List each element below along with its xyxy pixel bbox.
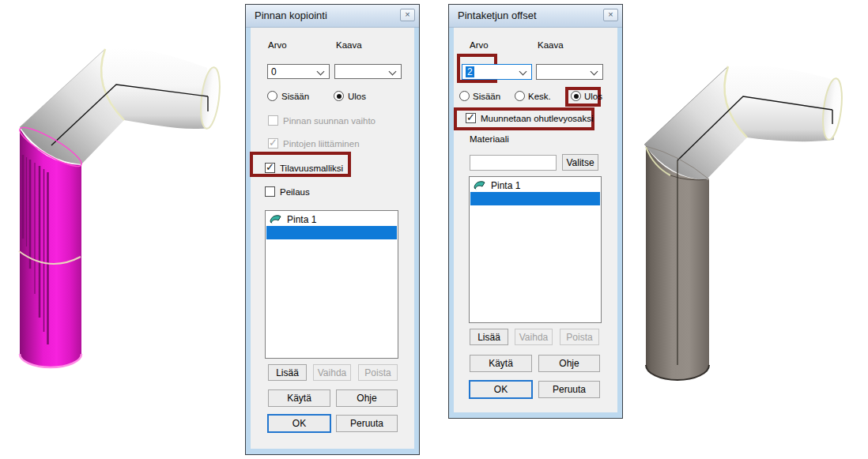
- close-icon[interactable]: ×: [603, 9, 618, 21]
- list-item[interactable]: Pinta 1: [470, 179, 600, 192]
- surface-listbox[interactable]: Pinta 1: [265, 210, 398, 359]
- chevron-down-icon[interactable]: [591, 68, 598, 76]
- checkbox-pinnan-suunnan-vaihto: [268, 115, 278, 126]
- kayta-button[interactable]: Käytä: [268, 389, 330, 407]
- radio-sisaan[interactable]: [459, 91, 470, 101]
- titlebar[interactable]: Pintaketjun offset ×: [449, 5, 622, 28]
- vaihda-button: Vaihda: [313, 364, 351, 381]
- lisaa-button[interactable]: Lisää: [470, 329, 508, 345]
- check-icon: ✓: [269, 137, 277, 149]
- radio-ulos-label: Ulos: [348, 92, 366, 101]
- checkbox-label: Pintojen liittäminen: [283, 139, 360, 149]
- surface-icon: [270, 214, 282, 225]
- materiaali-field[interactable]: [470, 155, 557, 171]
- valitse-button[interactable]: Valitse: [562, 154, 598, 171]
- arvo-value: 2: [466, 66, 474, 77]
- checkbox-tilavuusmalliksi[interactable]: ✓: [265, 163, 275, 173]
- peruuta-button[interactable]: Peruuta: [538, 381, 600, 398]
- checkbox-muunnetaan-ohutlevyosaksi[interactable]: ✓: [466, 113, 476, 123]
- peruuta-button[interactable]: Peruuta: [336, 415, 398, 432]
- list-item[interactable]: Pinta 1: [266, 213, 397, 226]
- check-icon: ✓: [466, 111, 475, 123]
- checkbox-label: Tilavuusmalliksi: [280, 164, 343, 173]
- surface-icon: [474, 180, 486, 191]
- dialog-pintaketjun-offset: Pintaketjun offset × Arvo Kaava 2 Sisään…: [448, 4, 623, 419]
- ok-button[interactable]: OK: [267, 414, 331, 433]
- selected-list-row[interactable]: [266, 226, 397, 239]
- radio-ulos-label: Ulos: [584, 92, 602, 101]
- kaava-combobox[interactable]: [334, 64, 402, 79]
- vaihda-button: Vaihda: [515, 329, 553, 345]
- arvo-value: 0: [271, 66, 277, 77]
- poista-button: Poista: [560, 329, 599, 345]
- poista-button: Poista: [358, 364, 398, 381]
- model-left-surface[interactable]: [0, 0, 245, 459]
- arvo-label: Arvo: [268, 40, 287, 50]
- radio-sisaan-label: Sisään: [473, 92, 500, 101]
- kaava-label: Kaava: [538, 40, 564, 50]
- chevron-down-icon[interactable]: [389, 68, 397, 76]
- checkbox-label: Pinnan suunnan vaihto: [283, 116, 376, 126]
- radio-ulos[interactable]: [334, 91, 344, 101]
- checkbox-peilaus[interactable]: [265, 186, 275, 197]
- model-right-solid[interactable]: [625, 0, 868, 459]
- checkbox-pintojen-liittaminen: ✓: [268, 138, 278, 149]
- dialog-title: Pintaketjun offset: [458, 9, 537, 21]
- surface-listbox[interactable]: Pinta 1: [469, 176, 602, 323]
- checkbox-label: Peilaus: [280, 187, 310, 197]
- radio-kesk-label: Kesk.: [528, 92, 551, 101]
- close-icon[interactable]: ×: [400, 9, 415, 21]
- ohje-button[interactable]: Ohje: [336, 389, 398, 407]
- arvo-label: Arvo: [470, 40, 489, 50]
- lisaa-button[interactable]: Lisää: [268, 364, 307, 381]
- materiaali-label: Materiaali: [470, 134, 509, 144]
- kaava-combobox[interactable]: [536, 64, 603, 80]
- check-icon: ✓: [266, 161, 274, 173]
- radio-sisaan[interactable]: [267, 91, 277, 101]
- ok-button[interactable]: OK: [469, 380, 533, 399]
- screenshot-stage: Pinnan kopiointi × Arvo Kaava 0 Sisään U…: [0, 0, 868, 459]
- titlebar[interactable]: Pinnan kopiointi ×: [246, 5, 419, 28]
- checkbox-label: Muunnetaan ohutlevyosaksi: [481, 114, 594, 123]
- radio-ulos[interactable]: [571, 91, 581, 101]
- selected-list-row[interactable]: [470, 192, 600, 205]
- radio-kesk[interactable]: [515, 91, 525, 101]
- chevron-down-icon[interactable]: [519, 68, 527, 76]
- kaava-label: Kaava: [336, 40, 362, 50]
- radio-sisaan-label: Sisään: [281, 92, 309, 101]
- chevron-down-icon[interactable]: [317, 68, 325, 76]
- list-item-label: Pinta 1: [287, 214, 316, 225]
- arvo-combobox[interactable]: 0: [267, 64, 330, 79]
- list-item-label: Pinta 1: [491, 180, 520, 191]
- ohje-button[interactable]: Ohje: [538, 355, 600, 372]
- kayta-button[interactable]: Käytä: [470, 355, 532, 372]
- dialog-title: Pinnan kopiointi: [255, 9, 327, 21]
- dialog-pinnan-kopiointi: Pinnan kopiointi × Arvo Kaava 0 Sisään U…: [245, 4, 420, 455]
- arvo-combobox[interactable]: 2: [462, 64, 532, 80]
